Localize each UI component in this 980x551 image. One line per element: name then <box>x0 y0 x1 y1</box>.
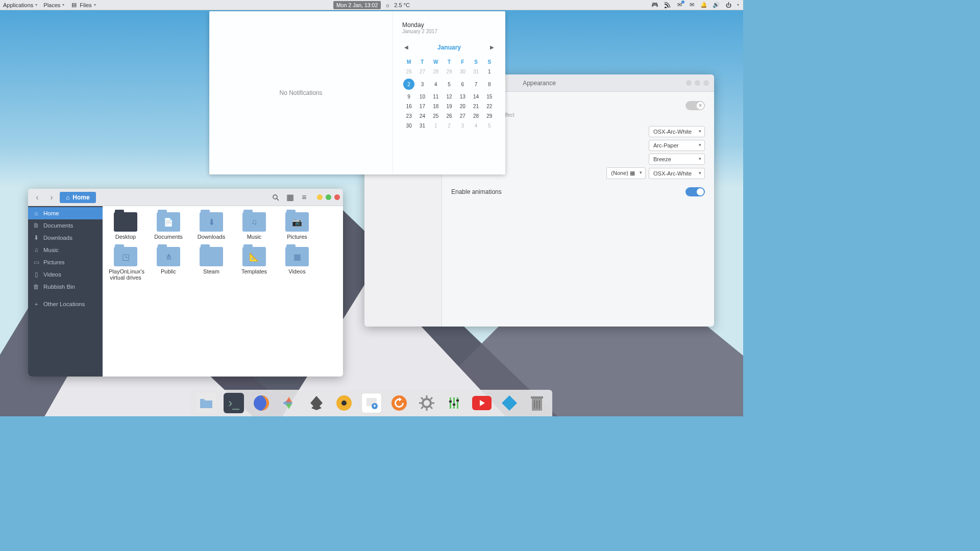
calendar-day[interactable]: 25 <box>429 111 443 121</box>
calendar-day[interactable]: 4 <box>469 121 482 131</box>
dock-update-icon[interactable] <box>389 393 409 413</box>
dock-inkscape-icon[interactable] <box>306 393 327 413</box>
path-home-button[interactable]: ⌂ Home <box>60 192 96 203</box>
calendar-day[interactable]: 16 <box>402 102 415 111</box>
applications-menu[interactable]: Applications▾ <box>0 0 40 10</box>
dock-trash-icon[interactable] <box>527 393 547 413</box>
volume-icon[interactable]: 🔊 <box>713 2 720 9</box>
calendar-day[interactable]: 5 <box>483 121 496 131</box>
dock-terminal-icon[interactable]: ›_ <box>224 393 244 413</box>
sidebar-item-videos[interactable]: ▯Videos <box>28 268 103 281</box>
minimize-button[interactable] <box>686 80 692 86</box>
close-button[interactable] <box>334 194 340 200</box>
calendar-day[interactable]: 29 <box>483 111 496 121</box>
mail-new-icon[interactable]: ✉ <box>676 2 683 9</box>
folder-templates[interactable]: 📐Templates <box>237 247 271 281</box>
folder-desktop[interactable]: Desktop <box>109 212 142 240</box>
minimize-button[interactable] <box>317 194 323 200</box>
next-month-button[interactable]: ▶ <box>488 43 496 51</box>
sidebar-item-music[interactable]: ♫Music <box>28 244 103 256</box>
calendar-day[interactable]: 14 <box>469 92 482 102</box>
calendar-day[interactable]: 5 <box>443 77 456 92</box>
hamburger-menu-button[interactable]: ≡ <box>300 193 309 202</box>
calendar-day[interactable]: 30 <box>402 121 415 131</box>
maximize-button[interactable] <box>695 80 700 86</box>
sidebar-item-pictures[interactable]: ▭Pictures <box>28 256 103 268</box>
calendar-day[interactable]: 15 <box>483 92 496 102</box>
calendar-day[interactable]: 7 <box>469 77 482 92</box>
sidebar-item-rubbish-bin[interactable]: 🗑Rubbish Bin <box>28 281 103 293</box>
search-button[interactable] <box>271 193 280 202</box>
dock-jack-icon[interactable] <box>444 393 464 413</box>
maximize-button[interactable] <box>326 194 331 200</box>
sidebar-other-locations[interactable]: +Other Locations <box>28 298 103 310</box>
calendar-day[interactable]: 28 <box>469 111 482 121</box>
calendar-day[interactable]: 12 <box>443 92 456 102</box>
clock[interactable]: Mon 2 Jan, 13:02 <box>333 1 381 9</box>
weather-temp[interactable]: 2.5 °C <box>394 2 410 8</box>
controller-icon[interactable]: 🎮 <box>651 2 658 9</box>
global-dark-toggle[interactable] <box>685 101 705 110</box>
rss-icon[interactable] <box>664 2 671 9</box>
calendar-day[interactable]: 9 <box>402 92 415 102</box>
folder-videos[interactable]: ▦Videos <box>280 247 314 281</box>
dock-kodi-icon[interactable] <box>499 393 520 413</box>
dock-files-icon[interactable] <box>196 393 216 413</box>
prev-month-button[interactable]: ◀ <box>402 43 410 51</box>
folder-music[interactable]: ♫Music <box>237 212 271 240</box>
background-none-combo[interactable]: (None) ▦ <box>606 167 646 179</box>
folder-pictures[interactable]: 📷Pictures <box>280 212 314 240</box>
calendar-day[interactable]: 10 <box>415 92 429 102</box>
calendar-day[interactable]: 2 <box>402 77 415 92</box>
mail-icon[interactable]: ✉ <box>688 2 695 9</box>
calendar-day[interactable]: 30 <box>456 67 469 77</box>
sidebar-item-documents[interactable]: 🗎Documents <box>28 219 103 232</box>
dock-install-icon[interactable] <box>361 393 382 413</box>
files-titlebar[interactable]: ‹ › ⌂ Home ▦ ≡ <box>28 189 343 206</box>
dock-brasero-icon[interactable] <box>334 393 354 413</box>
calendar-day[interactable]: 28 <box>429 67 443 77</box>
calendar-day[interactable]: 1 <box>483 67 496 77</box>
calendar-day[interactable]: 31 <box>415 121 429 131</box>
files-menu[interactable]: ▤Files▾ <box>67 0 99 10</box>
cursor-theme-combo[interactable]: Breeze <box>649 154 705 165</box>
folder-playonlinux-s-virtual-drives[interactable]: ◳PlayOnLinux's virtual drives <box>109 247 142 281</box>
chevron-down-icon[interactable]: ▾ <box>737 3 739 7</box>
folder-downloads[interactable]: ⬇Downloads <box>194 212 228 240</box>
calendar-day[interactable]: 17 <box>415 102 429 111</box>
calendar-day[interactable]: 8 <box>483 77 496 92</box>
dock-firefox-icon[interactable] <box>251 393 272 413</box>
dock-youtube-icon[interactable] <box>472 393 492 413</box>
power-icon[interactable]: ⏻ <box>725 2 732 9</box>
calendar-day[interactable]: 29 <box>443 67 456 77</box>
calendar-day[interactable]: 19 <box>443 102 456 111</box>
calendar-day[interactable]: 26 <box>443 111 456 121</box>
dock-photos-icon[interactable] <box>279 393 299 413</box>
dock-settings-icon[interactable] <box>416 393 437 413</box>
enable-animations-toggle[interactable] <box>685 187 705 196</box>
calendar-day[interactable]: 21 <box>469 102 482 111</box>
places-menu[interactable]: Places▾ <box>40 0 67 10</box>
folder-documents[interactable]: 📄Documents <box>152 212 185 240</box>
calendar-day[interactable]: 2 <box>443 121 456 131</box>
calendar-day[interactable]: 6 <box>456 77 469 92</box>
calendar-day[interactable]: 26 <box>402 67 415 77</box>
calendar-day[interactable]: 1 <box>429 121 443 131</box>
forward-button[interactable]: › <box>45 191 58 204</box>
back-button[interactable]: ‹ <box>31 191 43 204</box>
calendar-day[interactable]: 3 <box>415 77 429 92</box>
calendar-day[interactable]: 3 <box>456 121 469 131</box>
shell-theme-combo[interactable]: OSX-Arc-White <box>649 168 705 179</box>
calendar-day[interactable]: 27 <box>456 111 469 121</box>
sidebar-item-home[interactable]: ⌂Home <box>28 207 103 219</box>
bell-icon[interactable]: 🔔 <box>700 2 707 9</box>
icons-theme-combo[interactable]: Arc-Paper <box>649 140 705 151</box>
gtk-theme-combo[interactable]: OSX-Arc-White <box>649 126 705 137</box>
folder-steam[interactable]: Steam <box>194 247 228 281</box>
calendar-day[interactable]: 22 <box>483 102 496 111</box>
close-button[interactable] <box>703 80 709 86</box>
calendar-day[interactable]: 31 <box>469 67 482 77</box>
calendar-day[interactable]: 4 <box>429 77 443 92</box>
calendar-day[interactable]: 13 <box>456 92 469 102</box>
calendar-day[interactable]: 11 <box>429 92 443 102</box>
